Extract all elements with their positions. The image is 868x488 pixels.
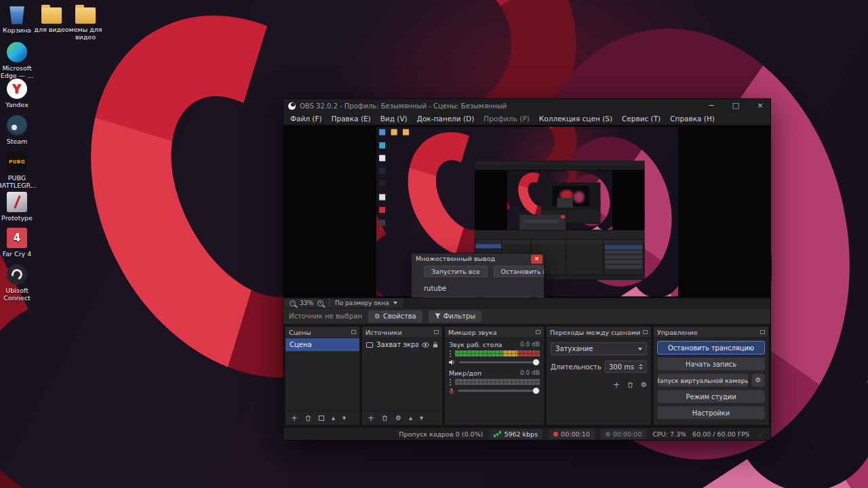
- popout-icon[interactable]: [760, 330, 765, 334]
- desktop-icon-pubg[interactable]: PUBG PUBG BATTLEGR...: [0, 152, 35, 189]
- filter-icon: [435, 313, 441, 319]
- transition-select[interactable]: Затухание: [551, 342, 647, 355]
- desktop-icon-label: Корзина: [3, 26, 31, 34]
- start-all-button[interactable]: Запустить все: [424, 266, 488, 277]
- channel-db: 0.0 dB: [520, 341, 540, 348]
- stop-all-button[interactable]: Остановить в: [494, 266, 545, 277]
- delete-stream-button[interactable]: Удал: [536, 297, 545, 298]
- scene-list-item[interactable]: Сцена: [285, 338, 359, 351]
- desktop-icon-prototype[interactable]: Prototype: [0, 192, 35, 222]
- edit-stream-button[interactable]: Изменить: [483, 297, 531, 298]
- menu-help[interactable]: Справка (H): [665, 115, 719, 123]
- menu-profile[interactable]: Профиль (P): [479, 115, 534, 123]
- window-title: OBS 32.0.2 - Профиль: Безымянный - Сцены…: [300, 102, 697, 110]
- scene-filters-icon[interactable]: [319, 415, 324, 421]
- channel-menu-icon[interactable]: [450, 379, 451, 380]
- zoom-fit-select[interactable]: По размеру окна: [335, 300, 389, 306]
- remove-scene-button[interactable]: [305, 415, 311, 422]
- menu-docks[interactable]: Док-панели (D): [412, 115, 479, 123]
- properties-button[interactable]: ⚙ Свойства: [368, 310, 422, 323]
- speaker-icon[interactable]: [449, 359, 456, 365]
- zoom-out-icon[interactable]: −: [290, 300, 296, 306]
- popout-icon[interactable]: [351, 330, 356, 334]
- popout-icon[interactable]: [643, 330, 648, 334]
- sources-dock-title: Источники: [366, 329, 402, 336]
- desktop-icon-label: PUBG BATTLEGR...: [0, 174, 37, 189]
- stop-streaming-button[interactable]: Остановить трансляцию: [657, 341, 765, 354]
- move-scene-up-button[interactable]: ▲: [332, 415, 335, 421]
- menu-view[interactable]: Вид (V): [376, 115, 412, 123]
- spinner-up-icon[interactable]: [639, 364, 643, 366]
- stream-time-chip: 00:00:10: [549, 429, 595, 439]
- desktop-icon-folder-video[interactable]: для видео: [33, 4, 70, 33]
- remove-transition-button[interactable]: [627, 382, 633, 388]
- mic-icon[interactable]: [449, 388, 454, 394]
- chevron-down-icon: [393, 302, 397, 304]
- studio-mode-button[interactable]: Режим студии: [657, 390, 765, 403]
- scenes-dock: Сцены Сцена + ▲ ▼: [285, 327, 359, 425]
- transitions-dock: Переходы между сценами Затухание Длитель…: [547, 327, 651, 425]
- desktop-icon-steam[interactable]: Steam: [0, 115, 35, 145]
- status-bar: Пропуск кадров 0 (0.0%) 5962 kbps 00:00:…: [283, 427, 770, 440]
- desktop-icon-yandex[interactable]: Y Yandex: [0, 79, 35, 108]
- multi-output-dialog: Множественный вывод ✕ Запустить все Оста…: [411, 253, 545, 298]
- menu-tools[interactable]: Сервис (T): [617, 115, 665, 123]
- volume-slider[interactable]: [459, 359, 540, 366]
- pubg-icon: PUBG: [7, 152, 27, 172]
- move-scene-down-button[interactable]: ▼: [342, 415, 346, 421]
- captured-desktop-icons: [379, 129, 385, 135]
- gear-icon: ⚙: [374, 313, 380, 320]
- recycle-bin-icon: [7, 4, 27, 24]
- desktop-icon-farcry4[interactable]: 4 Far Cry 4: [0, 228, 35, 258]
- spinner-down-icon[interactable]: [639, 367, 643, 369]
- start-recording-button[interactable]: Начать запись: [657, 357, 765, 371]
- menu-edit[interactable]: Правка (E): [327, 115, 376, 123]
- popout-icon[interactable]: [434, 330, 439, 334]
- remove-source-button[interactable]: [382, 415, 388, 422]
- filters-button[interactable]: Фильтры: [429, 310, 481, 323]
- desktop-icon-edge[interactable]: Microsoft Edge — ...: [0, 42, 35, 79]
- transition-properties-button[interactable]: ⚙: [641, 382, 647, 388]
- add-scene-button[interactable]: +: [291, 413, 298, 423]
- minimize-button[interactable]: −: [701, 99, 722, 113]
- move-source-down-button[interactable]: ▼: [420, 415, 423, 421]
- move-source-up-button[interactable]: ▲: [409, 415, 412, 421]
- stream-target-label: rutube: [424, 285, 544, 292]
- virtual-camera-settings-button[interactable]: ⚙: [751, 373, 765, 387]
- close-button[interactable]: ×: [750, 99, 770, 113]
- add-source-button[interactable]: +: [368, 413, 374, 423]
- source-list-item[interactable]: Захват экран: [362, 338, 442, 351]
- desktop-icon-label: Far Cry 4: [3, 250, 32, 258]
- title-bar[interactable]: OBS 32.0.2 - Профиль: Безымянный - Сцены…: [283, 99, 770, 113]
- folder-icon: [41, 7, 62, 24]
- signal-bars-icon: [494, 430, 501, 437]
- menu-file[interactable]: Файл (F): [285, 115, 327, 123]
- duration-spinner[interactable]: 300 ms: [605, 361, 647, 373]
- desktop-icon-recycle-bin[interactable]: Корзина: [0, 4, 35, 34]
- desktop-icon-label: Microsoft Edge — ...: [0, 64, 35, 79]
- virtual-camera-button[interactable]: Запуск виртуальной камеры: [657, 373, 749, 387]
- desktop-icon-label: мемы для видео: [67, 26, 104, 41]
- source-toolbar: Источник не выбран ⚙ Свойства Фильтры: [283, 308, 770, 325]
- channel-db: 0.0 dB: [520, 369, 540, 377]
- lock-icon[interactable]: [433, 342, 438, 348]
- volume-slider[interactable]: [458, 387, 540, 394]
- source-properties-icon[interactable]: ⚙: [395, 415, 401, 422]
- add-transition-button[interactable]: +: [613, 380, 620, 390]
- eye-icon[interactable]: [422, 342, 429, 348]
- desktop-icon-ubisoft[interactable]: Ubisoft Connect: [0, 264, 35, 302]
- zoom-level: 33%: [300, 300, 313, 306]
- channel-menu-icon[interactable]: [450, 350, 451, 352]
- preview-canvas[interactable]: Множественный вывод ✕ Запустить все Оста…: [283, 125, 770, 298]
- settings-button[interactable]: Настройки: [657, 406, 765, 420]
- menu-scene-collection[interactable]: Коллекция сцен (S): [534, 115, 617, 123]
- maximize-button[interactable]: □: [726, 99, 746, 113]
- stop-stream-button[interactable]: Остановить: [422, 297, 477, 298]
- resize-grip[interactable]: [755, 431, 762, 437]
- popout-icon[interactable]: [536, 330, 540, 334]
- dialog-close-button[interactable]: ✕: [531, 255, 542, 264]
- yandex-icon: Y: [7, 79, 27, 99]
- zoom-in-icon[interactable]: +: [317, 300, 323, 306]
- desktop-icon-folder-memes[interactable]: мемы для видео: [67, 4, 104, 41]
- desktop-icon-label: для видео: [34, 26, 68, 33]
